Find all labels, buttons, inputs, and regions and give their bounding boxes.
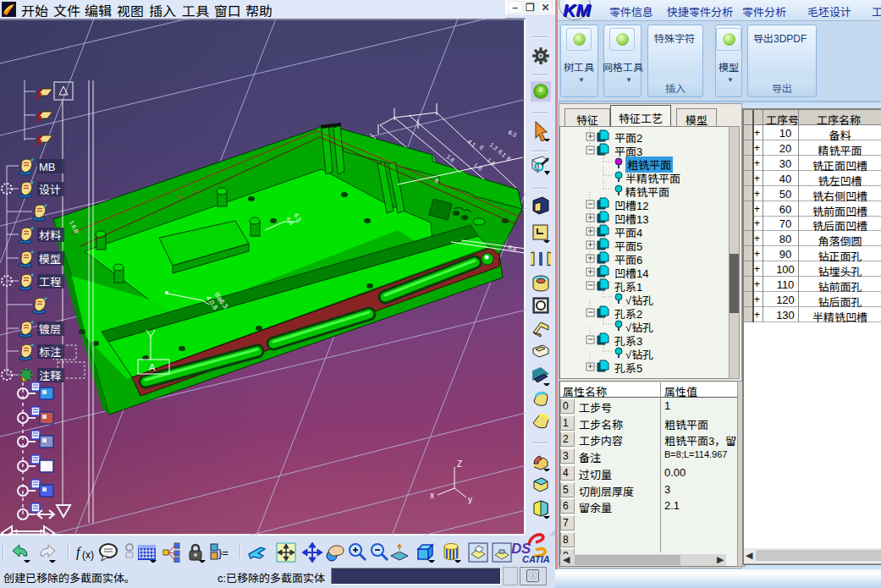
- svg-text:4.1: 4.1: [466, 138, 476, 148]
- svg-text:6.8: 6.8: [508, 244, 518, 252]
- svg-text:CATIA: CATIA: [522, 554, 550, 564]
- svg-text:...: ...: [76, 229, 80, 234]
- svg-text:(x): (x): [82, 549, 94, 561]
- svg-text:工程: 工程: [39, 276, 61, 289]
- svg-text:Z: Z: [457, 459, 462, 469]
- svg-text:1.2: 1.2: [488, 141, 498, 151]
- svg-text:6.3: 6.3: [508, 129, 518, 139]
- svg-text:镀层: 镀层: [39, 323, 61, 336]
- svg-text:f: f: [76, 545, 82, 560]
- svg-text:D: D: [511, 541, 521, 557]
- svg-text:oo: oo: [177, 194, 183, 199]
- svg-text:MB: MB: [39, 161, 56, 173]
- svg-text:y: y: [468, 495, 472, 504]
- svg-text:A: A: [149, 362, 156, 372]
- svg-text:x: x: [430, 491, 434, 500]
- svg-text:注释: 注释: [39, 370, 62, 382]
- svg-text:模型: 模型: [39, 253, 61, 266]
- svg-text:标注: 标注: [39, 346, 61, 359]
- svg-text:材料: 材料: [39, 229, 61, 242]
- svg-text:6.1: 6.1: [497, 148, 507, 158]
- svg-text:设计: 设计: [39, 184, 61, 196]
- svg-text:6: 6: [478, 144, 485, 151]
- svg-text:}=: }=: [218, 547, 229, 559]
